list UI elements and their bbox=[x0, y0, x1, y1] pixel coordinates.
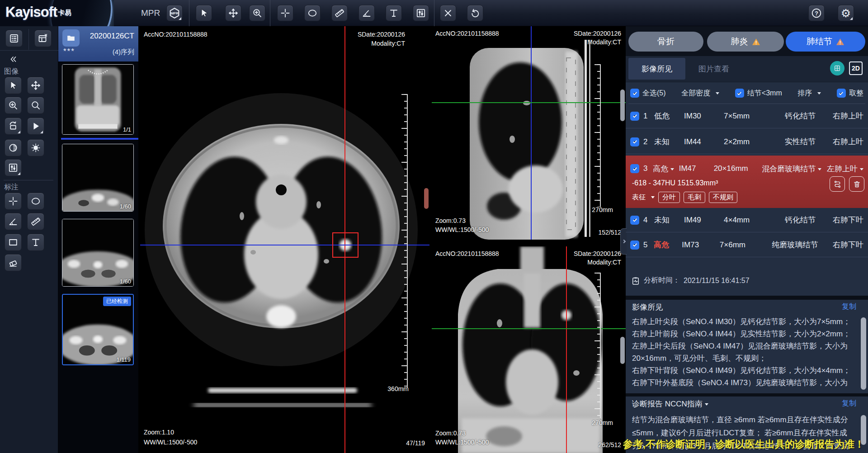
select-tool-button[interactable] bbox=[196, 5, 212, 21]
nodule-row-5[interactable]: 5 高危 IM73 7×6mm 纯磨玻璃结节 右肺下叶 bbox=[626, 233, 868, 257]
coronal-viewport[interactable]: AccNO:202101158888 SDate:20200126 Modali… bbox=[432, 246, 626, 453]
nodule-checkbox[interactable] bbox=[630, 164, 639, 173]
axial-viewport[interactable]: AccNO:202101158888 SDate:20200126 Modali… bbox=[140, 26, 429, 453]
module-lung-nodule-button[interactable]: 肺结节 bbox=[786, 32, 865, 52]
crosshair-tool-button[interactable] bbox=[277, 5, 293, 21]
small-nodule-checkbox[interactable]: 结节<3mm bbox=[735, 89, 782, 98]
report-bubble-button[interactable] bbox=[830, 61, 844, 76]
settings-button[interactable]: ⚙ bbox=[838, 5, 854, 21]
module-fracture-button[interactable]: 骨折 bbox=[628, 32, 703, 52]
sagittal-slice-scrollbar[interactable] bbox=[620, 90, 625, 121]
findings-copy-link[interactable]: 复制 bbox=[842, 302, 856, 311]
crosshair-vertical-red[interactable] bbox=[566, 246, 567, 453]
nodule-type-dropdown[interactable]: 混合磨玻璃结节 bbox=[762, 164, 821, 174]
2d-3d-toggle-button[interactable]: 2D bbox=[849, 61, 863, 75]
rail-rectangle-annot-button[interactable] bbox=[5, 234, 22, 251]
module-pneumonia-button[interactable]: 肺炎 bbox=[707, 32, 784, 52]
zoom-tool-button[interactable] bbox=[249, 5, 265, 21]
rail-zoom-in-button[interactable] bbox=[5, 97, 22, 114]
report-copy-link[interactable]: 复制 bbox=[842, 399, 856, 408]
clear-annotations-button[interactable] bbox=[440, 5, 456, 21]
crosshair-horizontal-blue[interactable] bbox=[140, 245, 429, 245]
rail-ellipse-annot-button[interactable] bbox=[27, 193, 44, 210]
window-level-tool-button[interactable] bbox=[413, 5, 429, 21]
ellipse-tool-button[interactable] bbox=[304, 5, 321, 21]
nodule-number: 1 bbox=[643, 112, 654, 121]
trait-tag[interactable]: 分叶 bbox=[658, 192, 680, 203]
rail-text-annot-button[interactable] bbox=[27, 234, 44, 251]
checkbox-checked[interactable] bbox=[735, 89, 744, 98]
nodule-hu-volume: -618 - 347HU 1515.93mm³ bbox=[632, 179, 718, 187]
rail-window-level-button[interactable] bbox=[5, 159, 22, 176]
crosshair-vertical-blue[interactable] bbox=[531, 26, 532, 240]
reset-view-button[interactable] bbox=[467, 5, 483, 21]
checkbox-checked[interactable] bbox=[630, 89, 639, 98]
nodule-locate-button[interactable] bbox=[830, 176, 845, 192]
rail-select-tool-button[interactable] bbox=[5, 77, 22, 94]
study-folder-button[interactable] bbox=[62, 29, 80, 47]
series-thumbnail-chest-selected[interactable]: 已经检测 1/119 bbox=[62, 294, 134, 365]
nodule-checkbox[interactable] bbox=[630, 216, 639, 225]
trait-tag[interactable]: 不规则 bbox=[709, 192, 737, 203]
nodule-row-2[interactable]: 2 未知 IM44 2×2mm 实性结节 右肺上叶 bbox=[626, 130, 868, 154]
rail-crosshair-annot-button[interactable] bbox=[5, 193, 22, 210]
nodule-number: 4 bbox=[643, 216, 654, 225]
help-button[interactable]: ? bbox=[808, 5, 825, 21]
help-icon: ? bbox=[811, 7, 822, 19]
series-thumbnail-shoulder[interactable]: 1/60 bbox=[62, 219, 134, 287]
play-icon bbox=[30, 121, 41, 132]
axial-slice-scrollbar[interactable] bbox=[424, 188, 429, 209]
coronal-slice-scrollbar[interactable] bbox=[620, 337, 625, 364]
findings-scrollbar[interactable] bbox=[861, 317, 866, 390]
series-thumbnail-scout[interactable]: 1/1 bbox=[62, 64, 134, 135]
nodule-filter-row: 全选(5) 全部密度 结节<3mm 排序 取整 bbox=[626, 83, 868, 103]
pan-tool-button[interactable] bbox=[225, 5, 241, 21]
rail-pan-tool-button[interactable] bbox=[27, 77, 44, 94]
nodule-checkbox[interactable] bbox=[630, 112, 639, 121]
nodule-row-1[interactable]: 1 低危 IM30 7×5mm 钙化结节 右肺上叶 bbox=[626, 104, 868, 128]
selected-nodule-card[interactable]: 3 高危 IM47 20×16mm 混合磨玻璃结节 左肺上叶 -618 - 34… bbox=[626, 156, 868, 208]
svg-text:?: ? bbox=[815, 10, 818, 17]
text-tool-button[interactable] bbox=[386, 5, 402, 21]
nodule-row-4[interactable]: 4 未知 IM49 4×4mm 钙化结节 右肺下叶 bbox=[626, 208, 868, 232]
coronal-zoom: Zoom:0.73 bbox=[435, 429, 466, 437]
collapse-rail-button[interactable] bbox=[8, 54, 18, 64]
sagittal-window-level: WW/WL:1500/-500 bbox=[435, 226, 489, 233]
trait-tag[interactable]: 毛刺 bbox=[684, 192, 705, 203]
trait-dropdown[interactable]: 表征 bbox=[632, 193, 655, 202]
select-all-checkbox[interactable]: 全选(5) bbox=[630, 89, 666, 98]
rail-magnify-button[interactable] bbox=[27, 97, 44, 114]
rail-cine-play-button[interactable] bbox=[27, 118, 44, 135]
rail-brightness-button[interactable] bbox=[27, 139, 44, 156]
rail-invert-button[interactable] bbox=[5, 139, 22, 156]
rail-ruler-annot-button[interactable] bbox=[27, 213, 44, 230]
nodule-traits: 表征 分叶 毛刺 不规则 bbox=[632, 192, 737, 203]
rail-angle-annot-button[interactable] bbox=[5, 213, 22, 230]
nodule-checkbox[interactable] bbox=[630, 241, 639, 250]
round-checkbox[interactable]: 取整 bbox=[837, 89, 863, 98]
mpr-button[interactable]: MPR bbox=[166, 5, 183, 21]
tab-image-view[interactable]: 图片查看 bbox=[689, 58, 739, 80]
nodule-location-dropdown[interactable]: 左肺上叶 bbox=[821, 164, 863, 174]
report-title[interactable]: 诊断报告 NCCN指南 bbox=[632, 399, 708, 409]
nodule-risk-dropdown[interactable]: 高危 bbox=[653, 164, 679, 174]
nodule-delete-button[interactable] bbox=[849, 176, 864, 192]
nodule-checkbox[interactable] bbox=[630, 137, 639, 146]
angle-tool-button[interactable] bbox=[359, 5, 375, 21]
sagittal-viewport[interactable]: AccNO:202101158888 SDate:20200126 Modali… bbox=[432, 26, 626, 240]
density-filter-dropdown[interactable]: 全部密度 bbox=[681, 89, 719, 98]
series-thumbnail-neck[interactable]: 1/60 bbox=[62, 144, 134, 212]
rail-rotate-button[interactable] bbox=[5, 118, 22, 135]
route-icon bbox=[833, 180, 842, 189]
tab-findings[interactable]: 影像所见 bbox=[628, 58, 685, 80]
thumbnail-list-button[interactable] bbox=[5, 30, 23, 47]
sort-dropdown[interactable]: 排序 bbox=[797, 89, 821, 98]
mpr-label: MPR bbox=[141, 8, 160, 18]
nodule-roi-box[interactable] bbox=[332, 232, 359, 258]
ruler-tool-button[interactable] bbox=[331, 5, 348, 21]
series-layout-button[interactable] bbox=[34, 30, 52, 47]
rail-eraser-button[interactable] bbox=[5, 254, 22, 271]
checkbox-checked[interactable] bbox=[837, 89, 846, 98]
nodule-number: 3 bbox=[643, 164, 653, 173]
nodule-image-no: IM73 bbox=[682, 241, 719, 250]
